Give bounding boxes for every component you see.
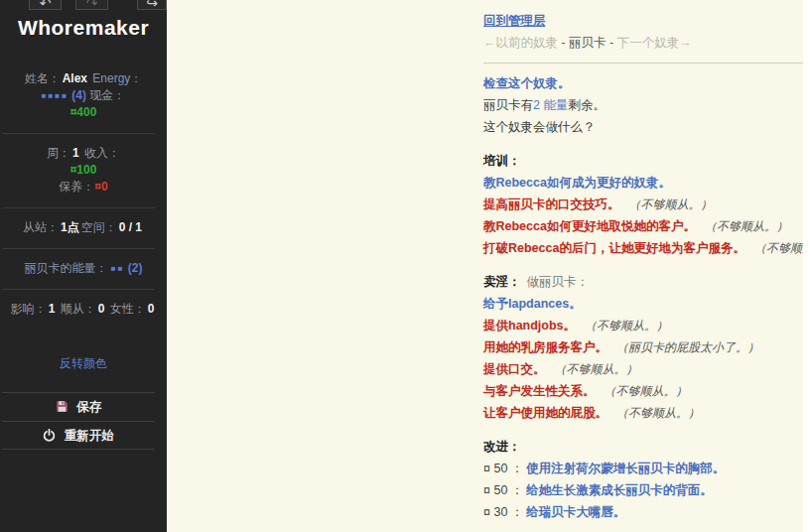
space-label: 空间： bbox=[81, 220, 117, 234]
slave-energy-label: 丽贝卡的能量： bbox=[24, 261, 107, 275]
improvement-cost: ¤ 50 ： bbox=[483, 462, 523, 475]
improvement-cost: ¤ 50 ： bbox=[483, 483, 523, 497]
income-value: ¤100 bbox=[70, 163, 97, 177]
slave-energy-count: (2) bbox=[128, 261, 143, 275]
history-back-button[interactable]: ↶ bbox=[29, 0, 62, 10]
history-forward-button[interactable]: ↪ bbox=[137, 0, 167, 10]
locked-reason: （不够顺从。） bbox=[605, 384, 688, 398]
improvement-link[interactable]: 给她生长激素成长丽贝卡的背面。 bbox=[526, 483, 713, 497]
locked-reason: （不够顺从。） bbox=[585, 319, 668, 332]
player-stats: 姓名：Alex Energy： ■■■■ (4) 现金： ¤400 bbox=[0, 62, 167, 131]
divider bbox=[2, 248, 155, 249]
whoring-heading: 卖淫：做丽贝卡： bbox=[483, 271, 803, 293]
week-label: 周： bbox=[47, 146, 70, 160]
prev-slave-link-disabled: ←以前的奴隶 bbox=[483, 36, 558, 50]
week-value: 1 bbox=[72, 146, 79, 160]
improvement-link[interactable]: 给瑞贝卡大嘴唇。 bbox=[526, 505, 625, 519]
influence-value: 1 bbox=[49, 302, 56, 316]
locked-reason: （不够顺从。） bbox=[616, 406, 700, 420]
question-line: 这个奴隶会做什么？ bbox=[483, 116, 803, 138]
energy-squares: ■■■■ bbox=[42, 91, 68, 100]
obedience-label: 顺从： bbox=[61, 302, 96, 316]
locked-reason: （不够顺从。） bbox=[705, 219, 788, 233]
floppy-disk-icon bbox=[56, 395, 68, 424]
whoring-action-locked: 用她的乳房服务客户。 bbox=[483, 340, 607, 354]
whoring-action-locked: 让客户使用她的屁股。 bbox=[483, 406, 607, 420]
current-slave-name: - 丽贝卡 - bbox=[558, 36, 617, 50]
obedience-value: 0 bbox=[98, 302, 105, 316]
totals-stats: 影响：1 顺从：0 女性：0 bbox=[0, 292, 167, 328]
energy-line-pre: 丽贝卡有 bbox=[483, 98, 533, 112]
locked-reason: （丽贝卡的屁股太小了。） bbox=[616, 340, 759, 354]
slave-energy-line: 丽贝卡有2 能量剩余。 bbox=[483, 94, 803, 116]
scrollbar-track[interactable] bbox=[803, 0, 809, 532]
cash-value: ¤400 bbox=[70, 105, 97, 119]
name-value: Alex bbox=[63, 71, 87, 85]
week-stats: 周：1 收入： ¤100 保养：¤0 bbox=[0, 136, 167, 205]
restart-label: 重新开始 bbox=[65, 429, 114, 443]
save-button[interactable]: 保存 bbox=[2, 392, 155, 421]
sidebar: ↶ ↷ ↪ Whoremaker 姓名：Alex Energy： ■■■■ (4… bbox=[0, 0, 167, 532]
improvement-link[interactable]: 使用注射荷尔蒙增长丽贝卡的胸部。 bbox=[526, 462, 725, 475]
back-arrow-icon: ↶ bbox=[40, 0, 52, 11]
locked-reason: （不够顺从。） bbox=[555, 362, 638, 376]
income-label: 收入： bbox=[84, 146, 120, 160]
power-icon bbox=[43, 424, 56, 453]
training-action-locked: 提高丽贝卡的口交技巧。 bbox=[483, 198, 620, 211]
energy-line-value: 2 能量 bbox=[533, 98, 568, 112]
save-label: 保存 bbox=[76, 400, 101, 414]
space-value: 0 / 1 bbox=[119, 220, 142, 234]
inspect-slave-link[interactable]: 检查这个奴隶。 bbox=[483, 76, 571, 90]
forward-arrow-icon: ↪ bbox=[146, 0, 158, 11]
stall-stats: 从站：1点空间：0 / 1 bbox=[0, 210, 167, 246]
invert-colors-link[interactable]: 反转颜色 bbox=[60, 356, 107, 370]
improvement-cost: ¤ 30 ： bbox=[483, 505, 523, 519]
slave-energy-stats: 丽贝卡的能量： ■■ (2) bbox=[0, 251, 167, 287]
history-jump-button[interactable]: ↷ bbox=[75, 0, 108, 10]
locked-reason: （不够顺从。） bbox=[754, 241, 809, 255]
girls-label: 女性： bbox=[110, 302, 146, 316]
jump-arrow-icon: ↷ bbox=[86, 0, 98, 11]
whoring-subheading: 做丽贝卡： bbox=[527, 275, 590, 289]
whoring-heading-label: 卖淫： bbox=[483, 275, 521, 289]
cash-label: 现金： bbox=[89, 88, 125, 102]
training-action-available[interactable]: 教Rebecca如何成为更好的奴隶。 bbox=[483, 176, 671, 190]
divider bbox=[2, 133, 155, 134]
stalls-label: 从站： bbox=[23, 220, 59, 234]
upkeep-label: 保养： bbox=[59, 180, 94, 194]
back-to-management-link[interactable]: 回到管理层 bbox=[483, 14, 546, 28]
ui-bar-menu: 保存 重新开始 bbox=[2, 392, 155, 450]
stalls-value: 1点 bbox=[61, 220, 79, 234]
slave-energy-squares: ■■ bbox=[111, 264, 125, 273]
slave-switcher: ←以前的奴隶 - 丽贝卡 - 下一个奴隶→ bbox=[483, 32, 803, 54]
energy-label: Energy： bbox=[92, 71, 142, 85]
improvements-heading: 改进： bbox=[483, 436, 803, 458]
divider bbox=[2, 289, 155, 290]
locked-reason: （不够顺从。） bbox=[629, 198, 713, 211]
divider bbox=[2, 207, 155, 208]
app-title: Whoremaker bbox=[0, 16, 167, 40]
training-action-locked: 教Rebecca如何更好地取悦她的客户。 bbox=[483, 219, 696, 233]
energy-count: (4) bbox=[71, 88, 86, 102]
upkeep-value: ¤0 bbox=[94, 180, 107, 194]
restart-button[interactable]: 重新开始 bbox=[2, 421, 155, 450]
whoring-action-locked: 与客户发生性关系。 bbox=[483, 384, 596, 398]
training-action-locked: 打破Rebecca的后门，让她更好地为客户服务。 bbox=[483, 241, 745, 255]
divider bbox=[483, 63, 803, 64]
next-slave-link-disabled: 下一个奴隶→ bbox=[617, 36, 692, 50]
girls-value: 0 bbox=[148, 302, 155, 316]
history-nav: ↶ ↷ ↪ bbox=[0, 0, 167, 11]
whoring-action-locked: 提供口交。 bbox=[483, 362, 546, 376]
whoring-action-locked: 提供handjobs。 bbox=[483, 319, 576, 332]
influence-label: 影响： bbox=[11, 302, 47, 316]
whoring-action-available[interactable]: 给予lapdances。 bbox=[483, 297, 582, 311]
energy-line-post: 剩余。 bbox=[568, 98, 606, 112]
passage-content: 回到管理层 ←以前的奴隶 - 丽贝卡 - 下一个奴隶→ 检查这个奴隶。 丽贝卡有… bbox=[483, 10, 803, 532]
training-heading: 培训： bbox=[483, 150, 803, 172]
name-label: 姓名： bbox=[25, 71, 61, 85]
